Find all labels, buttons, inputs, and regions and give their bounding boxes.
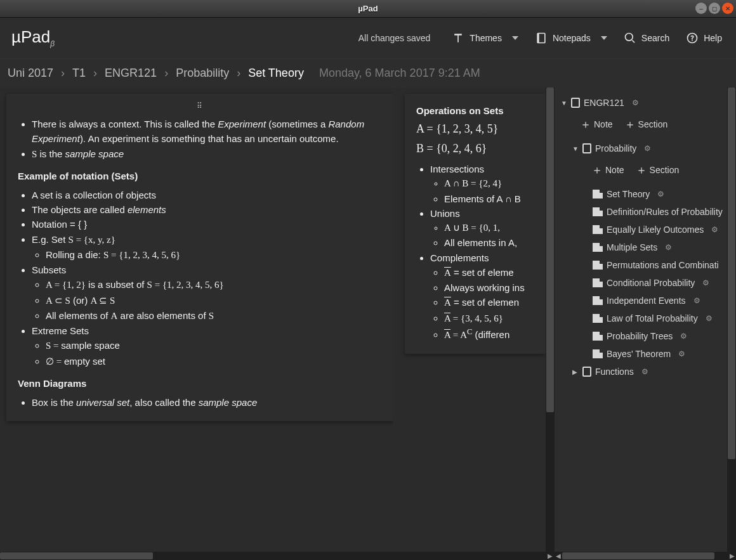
tree-page[interactable]: Independent Events⚙ <box>555 292 736 309</box>
breadcrumb-item[interactable]: Probability <box>176 67 229 80</box>
scroll-right-icon[interactable]: ▶ <box>546 552 554 560</box>
gear-icon[interactable]: ⚙ <box>680 332 687 341</box>
gear-icon[interactable]: ⚙ <box>632 98 639 107</box>
tree-section-functions[interactable]: ▶ Functions ⚙ <box>555 363 736 381</box>
help-button[interactable]: Help <box>683 28 725 48</box>
note-line: Intersections A ∩ B = {2, 4} Elements of… <box>430 162 534 206</box>
note-canvas[interactable]: Operations on Sets A = {1, 2, 3, 4, 5} B… <box>393 88 546 552</box>
chevron-right-icon: › <box>237 67 240 80</box>
canvas-scrollbar-horizontal[interactable] <box>0 552 546 560</box>
search-button[interactable]: Search <box>621 28 672 48</box>
themes-menu[interactable]: Themes <box>449 28 521 48</box>
add-section-button[interactable]: ＋Section <box>624 117 668 132</box>
page-icon <box>593 278 603 287</box>
tree-section-probability[interactable]: ▼ Probability ⚙ <box>555 140 736 157</box>
note-card[interactable]: Operations on Sets A = {1, 2, 3, 4, 5} B… <box>405 94 546 354</box>
note-line: Elements of A ∩ B <box>444 192 534 206</box>
chevron-right-icon: › <box>164 67 168 80</box>
add-note-button[interactable]: ＋Note <box>591 162 624 178</box>
brand-beta-badge: β <box>50 40 55 49</box>
tree-label: Conditional Probability <box>607 278 695 288</box>
scrollbar-thumb[interactable] <box>728 88 735 459</box>
gear-icon[interactable]: ⚙ <box>702 278 709 287</box>
tree-page[interactable]: Bayes' Theorem⚙ <box>555 345 736 363</box>
note-line: Always working ins <box>444 280 534 295</box>
drag-handle-icon[interactable]: ⠿ <box>18 101 382 110</box>
note-timestamp: Monday, 6 March 2017 9:21 AM <box>319 67 480 80</box>
chevron-right-icon: › <box>93 67 97 80</box>
note-line: There is always a context. This is calle… <box>32 117 382 147</box>
tree-page[interactable]: Equally Likely Outcomes⚙ <box>555 221 736 238</box>
tree-page[interactable]: Permutations and Combinati <box>555 256 736 274</box>
note-line: Complements A = set of eleme Always work… <box>430 251 534 343</box>
page-icon <box>593 207 603 216</box>
note-canvas[interactable]: ⠿ There is always a context. This is cal… <box>0 88 393 552</box>
tree-section-engr121[interactable]: ▼ ENGR121 ⚙ <box>555 94 736 112</box>
canvas-scrollbar-vertical[interactable] <box>546 88 555 552</box>
breadcrumb-item[interactable]: T1 <box>72 67 86 80</box>
note-equation: B = {0, 2, 4, 6} <box>416 142 534 155</box>
maximize-button[interactable]: ◻ <box>709 3 720 14</box>
scroll-right-icon[interactable]: ▶ <box>728 552 736 560</box>
notepads-menu[interactable]: Notepads <box>532 28 610 48</box>
sidebar-scrollbar-vertical[interactable] <box>727 88 736 552</box>
note-line: A = set of elemen <box>444 295 534 310</box>
note-line: A = AC (differen <box>444 326 534 342</box>
tree-page[interactable]: Conditional Probability⚙ <box>555 274 736 292</box>
close-button[interactable]: ✕ <box>722 3 733 14</box>
note-line: The objects are called elements <box>32 202 382 217</box>
tree-page-set-theory[interactable]: Set Theory⚙ <box>555 185 736 203</box>
breadcrumb-item[interactable]: ENGR121 <box>105 67 157 80</box>
plus-icon: ＋ <box>580 117 591 132</box>
note-line: A ∩ B = {2, 4} <box>444 176 534 191</box>
expand-icon[interactable]: ▶ <box>572 368 579 375</box>
note-line: Notation = { } <box>32 217 382 231</box>
chevron-right-icon: › <box>61 67 65 80</box>
tree-page[interactable]: Law of Total Probability⚙ <box>555 309 736 327</box>
breadcrumb-item[interactable]: Uni 2017 <box>8 67 53 80</box>
page-icon <box>593 332 603 341</box>
note-line: A = {3, 4, 5, 6} <box>444 311 534 326</box>
gear-icon[interactable]: ⚙ <box>711 225 718 234</box>
plus-icon: ＋ <box>624 117 636 132</box>
scrollbar-thumb[interactable] <box>0 552 153 559</box>
note-line: A = {1, 2} is a subset of S = {1, 2, 3, … <box>46 277 382 292</box>
gear-icon[interactable]: ⚙ <box>657 190 664 199</box>
note-line: S = sample space <box>46 338 382 353</box>
note-heading: Operations on Sets <box>416 105 534 116</box>
bottom-scrollbars: ▶ ◀ ▶ <box>0 552 736 560</box>
gear-icon[interactable]: ⚙ <box>693 296 700 305</box>
tree-page[interactable]: Multiple Sets⚙ <box>555 238 736 256</box>
tree-page[interactable]: Definition/Rules of Probability <box>555 203 736 221</box>
scrollbar-thumb[interactable] <box>562 552 714 559</box>
format-icon <box>452 32 464 44</box>
note-line: Extreme Sets S = sample space ∅ = empty … <box>32 323 382 369</box>
tree-label: Set Theory <box>607 189 650 199</box>
gear-icon[interactable]: ⚙ <box>641 367 648 376</box>
minimize-button[interactable]: – <box>695 3 707 14</box>
gear-icon[interactable]: ⚙ <box>678 349 685 358</box>
collapse-icon[interactable]: ▼ <box>561 100 567 107</box>
add-note-button[interactable]: ＋Note <box>580 117 613 132</box>
search-icon <box>624 32 636 44</box>
scrollbar-thumb[interactable] <box>546 88 554 412</box>
book-icon <box>582 143 591 153</box>
sidebar-scrollbar-horizontal[interactable] <box>562 552 728 560</box>
note-card[interactable]: ⠿ There is always a context. This is cal… <box>6 94 393 421</box>
note-line: A set is a collection of objects <box>32 188 382 202</box>
app-brand[interactable]: µPadβ <box>11 27 55 48</box>
note-line: All elements in A, <box>444 235 534 250</box>
note-line: Unions A ∪ B = {0, 1, All elements in A, <box>430 206 534 251</box>
tree-page[interactable]: Probability Trees⚙ <box>555 327 736 345</box>
help-icon <box>686 32 699 44</box>
scroll-left-icon[interactable]: ◀ <box>554 552 562 560</box>
add-section-button[interactable]: ＋Section <box>636 162 680 178</box>
tree-label: Probability Trees <box>607 331 673 341</box>
search-label: Search <box>641 33 669 43</box>
plus-icon: ＋ <box>591 162 603 178</box>
gear-icon[interactable]: ⚙ <box>665 243 672 252</box>
collapse-icon[interactable]: ▼ <box>572 145 579 152</box>
gear-icon[interactable]: ⚙ <box>706 314 713 323</box>
gear-icon[interactable]: ⚙ <box>644 144 651 153</box>
brand-name: µPad <box>11 27 50 46</box>
